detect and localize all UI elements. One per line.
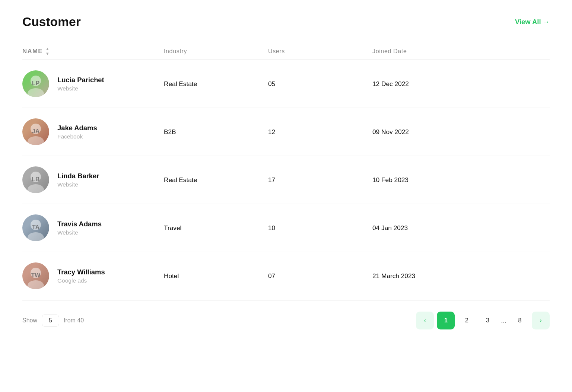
avatar: TA [22, 214, 49, 241]
pagination-dots: ... [499, 317, 508, 325]
name-info: Lucia Parichet Website [57, 76, 104, 92]
name-info: Tracy Williams Google ads [57, 268, 105, 284]
svg-text:TA: TA [32, 224, 40, 230]
pagination: ‹123...8› [416, 312, 550, 329]
col-header-users: Users [268, 47, 372, 56]
name-cell: TW Tracy Williams Google ads [22, 262, 164, 289]
view-all-button[interactable]: View All → [515, 18, 550, 26]
date-cell: 21 March 2023 [372, 272, 550, 280]
show-section: Show 5 from 40 [22, 315, 84, 326]
sort-icon[interactable]: ▲ ▼ [45, 47, 50, 56]
svg-point-10 [28, 232, 44, 241]
svg-point-7 [28, 184, 44, 193]
customer-name: Travis Adams [57, 220, 102, 228]
date-cell: 10 Feb 2023 [372, 176, 550, 184]
col-header-name: NAME ▲ ▼ [22, 47, 164, 56]
avatar: JA [22, 118, 49, 145]
pagination-next-button[interactable]: › [532, 312, 550, 329]
date-cell: 12 Dec 2022 [372, 80, 550, 88]
customer-page: Customer View All → NAME ▲ ▼ Industry Us… [0, 0, 572, 344]
customer-source: Facebook [57, 133, 97, 140]
date-cell: 09 Nov 2022 [372, 128, 550, 136]
pagination-page-button[interactable]: 2 [458, 312, 476, 329]
table-footer: Show 5 from 40 ‹123...8› [22, 300, 550, 333]
show-label: Show [22, 317, 37, 324]
col-header-industry: Industry [164, 47, 268, 56]
users-cell: 05 [268, 80, 372, 88]
users-cell: 17 [268, 176, 372, 184]
svg-point-1 [28, 88, 44, 97]
customer-name: Linda Barker [57, 172, 99, 180]
name-cell: TA Travis Adams Website [22, 214, 164, 241]
svg-text:TW: TW [31, 272, 41, 278]
avatar: LP [22, 70, 49, 97]
page-header: Customer View All → [22, 15, 550, 29]
pagination-page-button[interactable]: 3 [479, 312, 496, 329]
name-cell: LP Lucia Parichet Website [22, 70, 164, 97]
svg-text:LP: LP [32, 80, 40, 86]
from-label: from 40 [64, 317, 84, 324]
pagination-page-button[interactable]: 1 [437, 312, 455, 329]
name-cell: LB Linda Barker Website [22, 166, 164, 193]
users-cell: 07 [268, 272, 372, 280]
svg-text:JA: JA [32, 128, 40, 134]
col-header-joined-date: Joined Date [372, 47, 550, 56]
name-info: Jake Adams Facebook [57, 124, 97, 140]
svg-point-4 [28, 136, 44, 145]
table-row[interactable]: TW Tracy Williams Google ads Hotel 07 21… [22, 252, 550, 300]
svg-point-13 [28, 280, 44, 289]
customer-name: Tracy Williams [57, 268, 105, 276]
customer-source: Google ads [57, 277, 105, 284]
users-cell: 12 [268, 128, 372, 136]
name-info: Travis Adams Website [57, 220, 102, 236]
industry-cell: Hotel [164, 272, 268, 280]
pagination-prev-button[interactable]: ‹ [416, 312, 434, 329]
table-row[interactable]: LP Lucia Parichet Website Real Estate 05… [22, 60, 550, 108]
date-cell: 04 Jan 2023 [372, 224, 550, 232]
industry-cell: Real Estate [164, 80, 268, 88]
customer-name: Lucia Parichet [57, 76, 104, 84]
pagination-page-button[interactable]: 8 [511, 312, 529, 329]
table-row[interactable]: TA Travis Adams Website Travel 10 04 Jan… [22, 204, 550, 252]
table-row[interactable]: JA Jake Adams Facebook B2B 12 09 Nov 202… [22, 108, 550, 156]
page-title: Customer [22, 15, 81, 29]
customer-source: Website [57, 229, 102, 236]
industry-cell: B2B [164, 128, 268, 136]
industry-cell: Travel [164, 224, 268, 232]
name-info: Linda Barker Website [57, 172, 99, 188]
svg-text:LB: LB [32, 176, 39, 182]
table-header: NAME ▲ ▼ Industry Users Joined Date [22, 36, 550, 60]
name-cell: JA Jake Adams Facebook [22, 118, 164, 145]
avatar: TW [22, 262, 49, 289]
customer-name: Jake Adams [57, 124, 97, 132]
table-body: LP Lucia Parichet Website Real Estate 05… [22, 60, 550, 300]
customer-source: Website [57, 181, 99, 188]
avatar: LB [22, 166, 49, 193]
show-count-box[interactable]: 5 [42, 315, 59, 326]
users-cell: 10 [268, 224, 372, 232]
industry-cell: Real Estate [164, 176, 268, 184]
customer-source: Website [57, 85, 104, 92]
table-row[interactable]: LB Linda Barker Website Real Estate 17 1… [22, 156, 550, 204]
